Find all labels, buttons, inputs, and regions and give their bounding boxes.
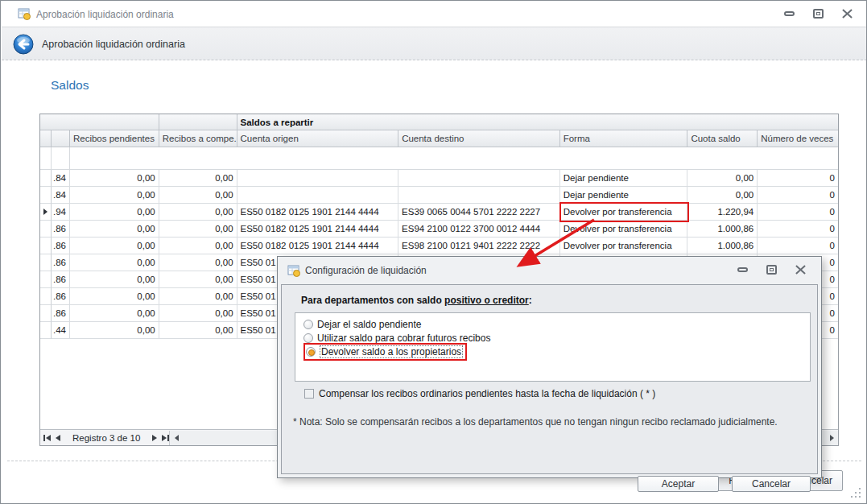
radio-selected-icon[interactable] — [306, 347, 316, 357]
table-row[interactable]: .840,000,00Dejar pendiente0,000 — [40, 170, 838, 187]
header-departamento[interactable] — [52, 130, 70, 147]
page-title: Aprobación liquidación ordinaria — [42, 39, 185, 50]
header-recibos-a-compensar[interactable]: Recibos a compe... — [159, 130, 237, 147]
cell-destino — [398, 187, 560, 204]
cell-origen: ES50 0182 0125 1901 2144 4444 — [237, 221, 399, 238]
cell-veces: 0 — [758, 187, 838, 204]
options-groupbox: Dejar el saldo pendiente Utilizar saldo … — [295, 312, 811, 382]
row-indicator — [40, 170, 52, 187]
next-record-icon[interactable] — [150, 430, 159, 445]
cell-dept: .84 — [52, 187, 70, 204]
table-row[interactable]: .860,000,00ES50 0182 0125 1901 2144 4444… — [40, 238, 838, 254]
cell-comp: 0,00 — [159, 204, 237, 221]
selected-row-indicator-icon — [40, 204, 52, 221]
header-cuenta-origen[interactable]: Cuenta origen — [237, 130, 399, 147]
section-title: Saldos — [51, 78, 89, 93]
aceptar-button[interactable]: Aceptar — [638, 476, 719, 492]
compensar-checkbox-row[interactable]: Compensar los recibos ordinarios pendien… — [304, 388, 655, 399]
table-row[interactable]: .940,000,00ES50 0182 0125 1901 2144 4444… — [40, 204, 838, 221]
table-row[interactable]: .860,000,00ES50 0182 0125 1901 2144 4444… — [40, 221, 838, 238]
cell-pend: 0,00 — [70, 322, 159, 339]
dialog-titlebar: Configuración de liquidación — [278, 257, 821, 284]
grid-group-header-row: Saldos a repartir — [40, 114, 838, 130]
cell-destino — [398, 170, 560, 187]
header-cuenta-destino[interactable]: Cuenta destino — [398, 130, 560, 147]
cell-comp: 0,00 — [159, 288, 237, 305]
header-recibos-pendientes[interactable]: Recibos pendientes — [70, 130, 159, 147]
cell-dept: .86 — [52, 288, 70, 305]
first-record-icon[interactable] — [40, 430, 53, 445]
group-blank-cell — [159, 114, 237, 130]
highlight-box: Devolver saldo a los propietarios — [303, 343, 467, 361]
cell-cuota: 1.220,94 — [687, 204, 758, 221]
cell-veces: 0 — [758, 204, 838, 221]
cell-pend: 0,00 — [70, 221, 159, 238]
cell-comp: 0,00 — [159, 170, 237, 187]
configuracion-liquidacion-dialog: Configuración de liquidación Para depart… — [277, 256, 822, 478]
close-icon[interactable] — [839, 6, 855, 22]
cell-dept: .84 — [52, 170, 70, 187]
group-header-saldos-a-repartir: Saldos a repartir — [237, 114, 838, 130]
dialog-restore-icon[interactable] — [763, 262, 779, 278]
cell-comp: 0,00 — [159, 221, 237, 238]
cell-comp: 0,00 — [159, 271, 237, 288]
cell-comp: 0,00 — [159, 187, 237, 204]
previous-record-icon[interactable] — [53, 430, 63, 445]
scroll-left-icon[interactable] — [170, 431, 183, 445]
option-devolver-saldo[interactable]: Devolver saldo a los propietarios — [303, 345, 810, 357]
cell-veces: 0 — [758, 238, 838, 254]
app-window: Aprobación liquidación ordinaria Aprobac… — [0, 0, 867, 504]
group-blank-cell — [40, 114, 159, 130]
cell-pend: 0,00 — [70, 238, 159, 254]
radio-icon[interactable] — [303, 320, 313, 329]
dialog-close-icon[interactable] — [792, 262, 808, 278]
cell-dept: .44 — [52, 322, 70, 339]
cell-destino: ES98 2100 0121 9401 2222 2222 — [398, 238, 560, 254]
cell-dept: .86 — [52, 221, 70, 238]
grid-column-header-row: Recibos pendientes Recibos a compe... Cu… — [40, 130, 838, 147]
dialog-title: Configuración de liquidación — [305, 265, 427, 276]
cell-comp: 0,00 — [159, 322, 237, 339]
checkbox-icon[interactable] — [304, 389, 314, 399]
cell-forma: Devolver por transferencia — [560, 204, 688, 221]
table-row[interactable]: .840,000,00Dejar pendiente0,000 — [40, 187, 838, 204]
cell-origen — [237, 187, 399, 204]
cell-comp: 0,00 — [159, 305, 237, 322]
cell-forma: Dejar pendiente — [560, 170, 688, 187]
cell-cuota: 1.000,86 — [687, 238, 758, 254]
cell-forma: Devolver por transferencia — [560, 221, 688, 238]
minimize-icon[interactable] — [781, 6, 797, 22]
scroll-right-icon[interactable] — [825, 431, 838, 445]
cell-veces: 0 — [758, 170, 838, 187]
app-icon — [18, 7, 31, 21]
row-indicator — [40, 305, 52, 322]
radio-icon[interactable] — [303, 333, 313, 343]
cell-cuota: 1.000,86 — [687, 221, 758, 238]
restore-icon[interactable] — [810, 6, 826, 22]
header-numero-de-veces[interactable]: Número de veces — [758, 130, 838, 147]
cell-pend: 0,00 — [70, 271, 159, 288]
cell-destino: ES94 2100 0122 3700 0012 4444 — [398, 221, 560, 238]
row-indicator — [40, 271, 52, 288]
header-forma[interactable]: Forma — [560, 130, 688, 147]
dialog-note: * Nota: Solo se compensarán recibos a lo… — [293, 416, 778, 428]
resize-grip[interactable] — [851, 488, 861, 498]
dialog-cancelar-button[interactable]: Cancelar — [732, 476, 811, 492]
cell-pend: 0,00 — [70, 187, 159, 204]
cell-dept: .86 — [52, 305, 70, 322]
cell-cuota: 0,00 — [687, 170, 758, 187]
window-title: Aprobación liquidación ordinaria — [36, 9, 174, 20]
back-button[interactable] — [13, 34, 34, 55]
cell-dept: .86 — [52, 254, 70, 271]
cell-dept: .94 — [52, 204, 70, 221]
row-indicator — [40, 254, 52, 271]
header-cuota-saldo[interactable]: Cuota saldo — [687, 130, 758, 147]
cell-comp: 0,00 — [159, 238, 237, 254]
dialog-minimize-icon[interactable] — [734, 262, 750, 278]
cell-forma: Devolver por transferencia — [560, 238, 688, 254]
cell-origen: ES50 0182 0125 1901 2144 4444 — [237, 204, 399, 221]
cell-cuota: 0,00 — [687, 187, 758, 204]
row-indicator — [40, 221, 52, 238]
option-dejar-saldo[interactable]: Dejar el saldo pendiente — [303, 318, 810, 330]
cell-comp: 0,00 — [159, 254, 237, 271]
